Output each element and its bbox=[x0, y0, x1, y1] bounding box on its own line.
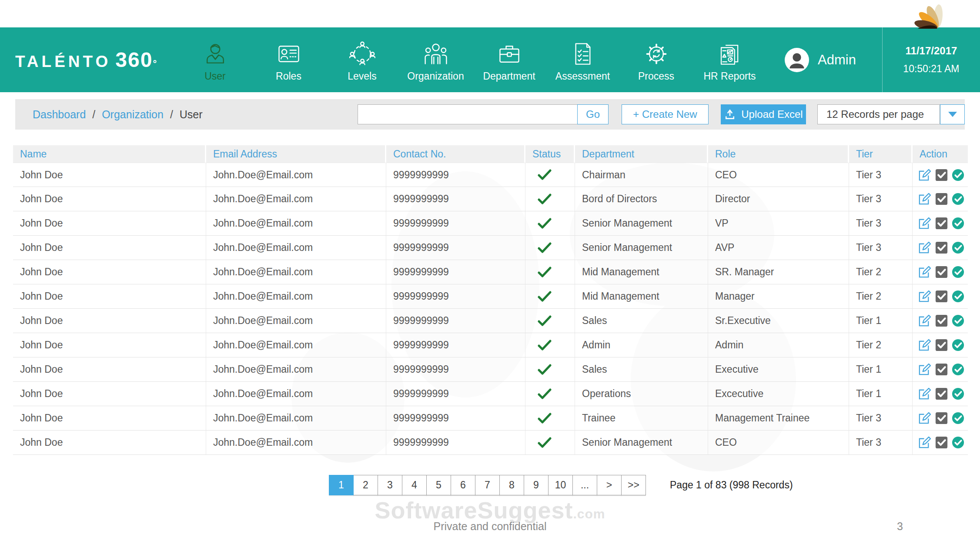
search-input[interactable] bbox=[358, 104, 577, 124]
page-button-2[interactable]: 2 bbox=[353, 475, 378, 495]
page-button-9[interactable]: 9 bbox=[524, 475, 549, 495]
page-button-6[interactable]: 6 bbox=[451, 475, 475, 495]
nav-item-department[interactable]: Department bbox=[472, 37, 546, 82]
nav-item-label: User bbox=[204, 70, 226, 82]
cell-email: John.Doe@Email.com bbox=[206, 406, 386, 430]
status-check-icon bbox=[538, 437, 552, 448]
cell-tier: Tier 3 bbox=[849, 406, 913, 430]
admin-menu[interactable]: Admin bbox=[785, 48, 856, 72]
edit-icon[interactable] bbox=[918, 338, 931, 352]
deactivate-checkbox-icon[interactable] bbox=[935, 193, 948, 205]
cell-department: Senior Management bbox=[575, 211, 708, 235]
cell-name: John Doe bbox=[13, 406, 206, 430]
cell-tier: Tier 2 bbox=[849, 284, 913, 308]
page-ellipsis-button[interactable]: ... bbox=[572, 475, 597, 495]
deactivate-checkbox-icon[interactable] bbox=[935, 412, 948, 424]
nav-item-organization[interactable]: Organization bbox=[399, 37, 472, 82]
deactivate-checkbox-icon[interactable] bbox=[935, 241, 948, 254]
department-icon bbox=[496, 40, 522, 67]
edit-icon[interactable] bbox=[918, 436, 931, 449]
nav-item-hr-reports[interactable]: HR Reports bbox=[693, 37, 766, 82]
edit-icon[interactable] bbox=[918, 168, 931, 182]
deactivate-checkbox-icon[interactable] bbox=[935, 314, 948, 327]
approve-icon[interactable] bbox=[952, 169, 964, 181]
cell-action bbox=[913, 357, 968, 381]
cell-status bbox=[525, 163, 575, 187]
cell-contact: 9999999999 bbox=[386, 284, 525, 308]
deactivate-checkbox-icon[interactable] bbox=[935, 217, 948, 230]
approve-icon[interactable] bbox=[952, 314, 964, 327]
approve-icon[interactable] bbox=[952, 387, 964, 400]
cell-contact: 9999999999 bbox=[386, 357, 525, 381]
breadcrumb-dashboard[interactable]: Dashboard bbox=[33, 108, 86, 120]
edit-icon[interactable] bbox=[918, 314, 931, 327]
cell-status bbox=[525, 211, 575, 235]
approve-icon[interactable] bbox=[952, 412, 964, 424]
approve-icon[interactable] bbox=[952, 241, 964, 254]
edit-icon[interactable] bbox=[918, 265, 931, 279]
breadcrumb-organization[interactable]: Organization bbox=[102, 108, 164, 120]
cell-email: John.Doe@Email.com bbox=[206, 382, 386, 406]
nav-item-user[interactable]: User bbox=[178, 37, 252, 82]
nav-item-levels[interactable]: Levels bbox=[325, 37, 399, 82]
last-page-button[interactable]: >> bbox=[621, 475, 646, 495]
go-button[interactable]: Go bbox=[577, 104, 609, 124]
cell-role: Executive bbox=[708, 357, 849, 381]
page-button-5[interactable]: 5 bbox=[426, 475, 451, 495]
edit-icon[interactable] bbox=[918, 217, 931, 230]
approve-icon[interactable] bbox=[952, 266, 964, 278]
deactivate-checkbox-icon[interactable] bbox=[935, 290, 948, 303]
nav-item-roles[interactable]: Roles bbox=[252, 37, 325, 82]
page-button-8[interactable]: 8 bbox=[499, 475, 524, 495]
records-dropdown-button[interactable] bbox=[940, 104, 965, 124]
cell-department: Admin bbox=[575, 333, 708, 357]
cell-tier: Tier 3 bbox=[849, 163, 913, 187]
approve-icon[interactable] bbox=[952, 217, 964, 230]
approve-icon[interactable] bbox=[952, 363, 964, 376]
table-row: John DoeJohn.Doe@Email.com9999999999Trai… bbox=[13, 406, 968, 431]
approve-icon[interactable] bbox=[952, 290, 964, 303]
deactivate-checkbox-icon[interactable] bbox=[935, 436, 948, 449]
page-button-3[interactable]: 3 bbox=[378, 475, 402, 495]
status-check-icon bbox=[538, 169, 552, 180]
cell-status bbox=[525, 382, 575, 406]
cell-tier: Tier 1 bbox=[849, 357, 913, 381]
next-page-button[interactable]: > bbox=[597, 475, 622, 495]
upload-excel-button[interactable]: Upload Excel bbox=[721, 104, 806, 124]
approve-icon[interactable] bbox=[952, 193, 964, 205]
edit-icon[interactable] bbox=[918, 192, 931, 206]
cell-status bbox=[525, 357, 575, 381]
cell-email: John.Doe@Email.com bbox=[206, 309, 386, 333]
cell-email: John.Doe@Email.com bbox=[206, 211, 386, 235]
edit-icon[interactable] bbox=[918, 387, 931, 401]
edit-icon[interactable] bbox=[918, 363, 931, 376]
page-button-4[interactable]: 4 bbox=[402, 475, 427, 495]
deactivate-checkbox-icon[interactable] bbox=[935, 363, 948, 376]
deactivate-checkbox-icon[interactable] bbox=[935, 266, 948, 278]
deactivate-checkbox-icon[interactable] bbox=[935, 169, 948, 181]
deactivate-checkbox-icon[interactable] bbox=[935, 387, 948, 400]
page-button-7[interactable]: 7 bbox=[475, 475, 500, 495]
edit-icon[interactable] bbox=[918, 411, 931, 425]
edit-icon[interactable] bbox=[918, 241, 931, 254]
logo-text: TALÉNTO bbox=[15, 53, 111, 71]
page-button-10[interactable]: 10 bbox=[548, 475, 573, 495]
deactivate-checkbox-icon[interactable] bbox=[935, 339, 948, 351]
records-per-page-select[interactable]: 12 Records per page bbox=[817, 104, 940, 124]
nav-item-process[interactable]: Process bbox=[619, 37, 693, 82]
cell-tier: Tier 1 bbox=[849, 309, 913, 333]
approve-icon[interactable] bbox=[952, 436, 964, 449]
nav-item-assessment[interactable]: Assessment bbox=[546, 37, 619, 82]
approve-icon[interactable] bbox=[952, 339, 964, 351]
edit-icon[interactable] bbox=[918, 290, 931, 303]
cell-email: John.Doe@Email.com bbox=[206, 163, 386, 187]
cell-name: John Doe bbox=[13, 333, 206, 357]
table-row: John DoeJohn.Doe@Email.com9999999999Seni… bbox=[13, 211, 968, 236]
breadcrumb: Dashboard / Organization / User bbox=[33, 108, 203, 121]
current-date: 11/17/2017 bbox=[883, 45, 980, 57]
user-icon bbox=[202, 40, 228, 67]
admin-name: Admin bbox=[818, 52, 856, 68]
nav-item-label: HR Reports bbox=[703, 70, 756, 82]
create-new-button[interactable]: + Create New bbox=[622, 104, 709, 124]
page-button-1[interactable]: 1 bbox=[329, 475, 354, 495]
